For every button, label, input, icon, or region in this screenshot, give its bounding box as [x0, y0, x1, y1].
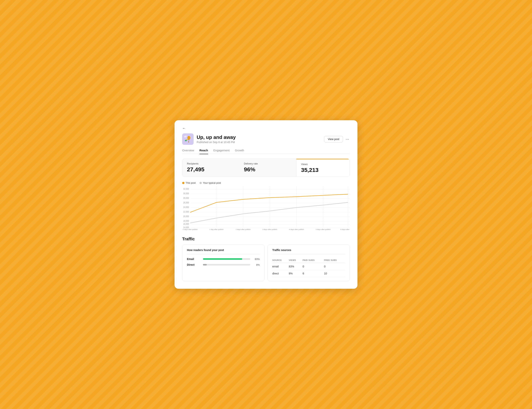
sources-card: Traffic sources SOURCE VIEWS PAID SUBS F…	[267, 244, 350, 281]
col-views: VIEWS	[287, 258, 301, 263]
post-title: Up, up and away	[197, 134, 236, 140]
more-options-button[interactable]: ···	[345, 137, 350, 142]
svg-point-2	[185, 136, 187, 137]
bar-email	[203, 258, 250, 260]
svg-text:6 days after publish: 6 days after publish	[340, 229, 350, 230]
traffic-grid: How readers found your post Email 83% Di…	[182, 244, 350, 281]
this-post-label: This post	[186, 181, 196, 184]
col-free-subs: FREE SUBS	[322, 258, 345, 263]
recipients-value: 27,495	[187, 166, 235, 173]
legend-this-post: This post	[182, 181, 196, 184]
delivery-rate-value: 96%	[244, 166, 292, 173]
source-direct-views: 8%	[287, 270, 301, 277]
view-post-button[interactable]: View post	[324, 136, 343, 142]
bar-fill-email	[203, 258, 242, 260]
svg-rect-4	[188, 139, 189, 140]
svg-text:24,000: 24,000	[183, 206, 189, 208]
tab-engagement[interactable]: Engagement	[213, 149, 229, 154]
source-row-email: email 83% 0 0	[272, 263, 345, 270]
delivery-rate-label: Delivery rate	[244, 162, 292, 165]
traffic-pct-direct: 8%	[253, 263, 260, 266]
svg-text:2 days after publish: 2 days after publish	[236, 229, 251, 230]
source-email: email	[272, 263, 287, 270]
svg-text:28,000: 28,000	[183, 197, 189, 199]
recipients-block: Recipients 27,495	[182, 159, 239, 177]
chart-section: This post Your typical post 32,000 30,00…	[182, 181, 350, 230]
chart-canvas: 32,000 30,000 28,000 26,000 24,000 22,00…	[182, 186, 350, 230]
main-card: ←	[174, 120, 358, 289]
svg-text:5 days after publish: 5 days after publish	[316, 229, 330, 230]
source-email-free: 0	[322, 263, 345, 270]
bar-fill-direct	[203, 264, 207, 266]
recipients-label: Recipients	[187, 162, 235, 165]
views-block: Views 35,213	[296, 159, 350, 177]
svg-text:0 days after publish: 0 days after publish	[183, 229, 198, 230]
stats-row: Recipients 27,495 Delivery rate 96% View…	[182, 158, 350, 177]
col-source: SOURCE	[272, 258, 287, 263]
svg-text:26,000: 26,000	[183, 202, 189, 204]
typical-post-dot	[200, 182, 202, 184]
svg-text:14,000: 14,000	[183, 226, 189, 229]
views-value: 35,213	[301, 167, 345, 173]
source-direct-paid: 6	[301, 270, 322, 277]
traffic-section: Traffic How readers found your post Emai…	[182, 237, 350, 281]
header-left: Up, up and away Published on Sep 6 at 10…	[182, 133, 236, 145]
chart-legend: This post Your typical post	[182, 181, 350, 184]
tab-bar: Overview Reach Engagement Growth	[182, 149, 350, 154]
svg-text:18,000: 18,000	[183, 220, 189, 222]
source-email-views: 83%	[287, 263, 301, 270]
tab-reach[interactable]: Reach	[200, 149, 208, 154]
sources-table: SOURCE VIEWS PAID SUBS FREE SUBS email 8…	[272, 258, 345, 277]
source-email-paid: 0	[301, 263, 322, 270]
this-post-dot	[182, 182, 184, 184]
how-found-card: How readers found your post Email 83% Di…	[182, 244, 265, 281]
source-direct-free: 10	[322, 270, 345, 277]
traffic-label-email: Email	[187, 258, 200, 260]
traffic-pct-email: 83%	[253, 258, 260, 260]
svg-text:16,000: 16,000	[183, 223, 189, 225]
post-thumbnail	[182, 133, 193, 145]
views-label: Views	[301, 163, 345, 166]
svg-text:30,000: 30,000	[183, 193, 189, 195]
tab-growth[interactable]: Growth	[235, 149, 244, 154]
traffic-title: Traffic	[182, 237, 350, 242]
source-row-direct: direct 8% 6 10	[272, 270, 345, 277]
legend-typical-post: Your typical post	[200, 181, 221, 184]
delivery-rate-block: Delivery rate 96%	[239, 159, 296, 177]
traffic-label-direct: Direct	[187, 263, 200, 266]
svg-text:22,000: 22,000	[183, 211, 189, 213]
bar-direct	[203, 264, 250, 266]
source-direct: direct	[272, 270, 287, 277]
svg-text:1 day after publish: 1 day after publish	[209, 229, 223, 230]
svg-rect-8	[188, 141, 189, 142]
back-button[interactable]: ←	[182, 126, 186, 130]
svg-text:3 days after publish: 3 days after publish	[262, 229, 277, 230]
back-icon: ←	[182, 126, 186, 130]
tab-overview[interactable]: Overview	[182, 149, 194, 154]
svg-text:4 days after publish: 4 days after publish	[289, 229, 304, 230]
col-paid-subs: PAID SUBS	[301, 258, 322, 263]
svg-point-3	[187, 136, 190, 140]
header-actions: View post ···	[324, 136, 350, 142]
how-found-title: How readers found your post	[187, 249, 260, 254]
post-subtitle: Published on Sep 6 at 10:45 PM	[197, 141, 236, 144]
post-info: Up, up and away Published on Sep 6 at 10…	[197, 134, 236, 144]
svg-text:20,000: 20,000	[183, 215, 189, 217]
svg-text:32,000: 32,000	[183, 188, 189, 190]
sources-title: Traffic sources	[272, 249, 345, 254]
traffic-row-direct: Direct 8%	[187, 263, 260, 266]
typical-post-label: Your typical post	[203, 181, 221, 184]
traffic-row-email: Email 83%	[187, 258, 260, 260]
post-header: Up, up and away Published on Sep 6 at 10…	[182, 133, 350, 145]
